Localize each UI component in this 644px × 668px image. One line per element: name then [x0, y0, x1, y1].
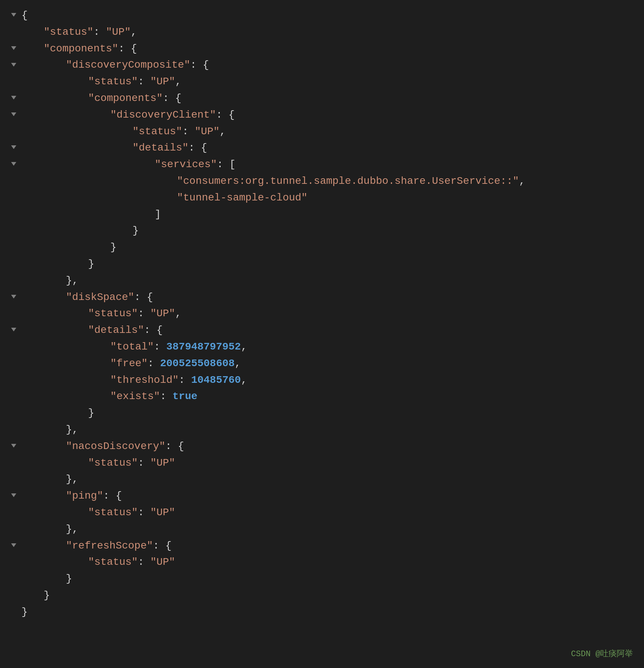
toggle-arrow[interactable] — [11, 322, 21, 339]
json-line: } — [11, 256, 633, 273]
json-viewer: {"status": "UP","components": {"discover… — [11, 7, 633, 620]
json-line: "status": "UP", — [11, 306, 633, 322]
json-line: } — [11, 571, 633, 587]
json-line: "details": { — [11, 322, 633, 339]
json-line: "components": { — [11, 41, 633, 57]
toggle-arrow[interactable] — [11, 289, 21, 306]
json-line: "discoveryClient": { — [11, 107, 633, 124]
json-line: "status": "UP" — [11, 455, 633, 472]
json-line: { — [11, 7, 633, 24]
json-line: "services": [ — [11, 156, 633, 173]
json-line: "refreshScope": { — [11, 538, 633, 554]
json-line: "nacosDiscovery": { — [11, 438, 633, 455]
json-line: "status": "UP" — [11, 554, 633, 571]
watermark: CSDN @吐痰阿举 — [571, 648, 633, 661]
json-line: } — [11, 587, 633, 604]
json-line: }, — [11, 471, 633, 488]
json-line: "components": { — [11, 90, 633, 107]
json-line: "consumers:org.tunnel.sample.dubbo.share… — [11, 173, 633, 190]
toggle-arrow[interactable] — [11, 107, 21, 124]
json-line: "status": "UP", — [11, 24, 633, 41]
json-line: "total": 387948797952, — [11, 339, 633, 355]
json-line: "ping": { — [11, 488, 633, 505]
toggle-arrow[interactable] — [11, 538, 21, 554]
json-line: }, — [11, 521, 633, 538]
toggle-arrow[interactable] — [11, 41, 21, 57]
json-line: } — [11, 239, 633, 256]
json-line: "status": "UP", — [11, 124, 633, 140]
json-line: } — [11, 405, 633, 422]
json-line: "free": 200525508608, — [11, 355, 633, 372]
toggle-arrow[interactable] — [11, 438, 21, 455]
toggle-arrow[interactable] — [11, 90, 21, 107]
toggle-arrow[interactable] — [11, 156, 21, 173]
json-line: } — [11, 604, 633, 621]
json-line: ] — [11, 206, 633, 223]
json-line: } — [11, 223, 633, 239]
json-line: "tunnel-sample-cloud" — [11, 190, 633, 206]
json-line: "threshold": 10485760, — [11, 372, 633, 389]
toggle-arrow[interactable] — [11, 488, 21, 505]
toggle-arrow[interactable] — [11, 7, 21, 24]
json-line: "discoveryComposite": { — [11, 57, 633, 74]
json-line: "status": "UP" — [11, 505, 633, 521]
toggle-arrow[interactable] — [11, 57, 21, 74]
json-line: }, — [11, 422, 633, 438]
toggle-arrow[interactable] — [11, 140, 21, 156]
json-line: "exists": true — [11, 388, 633, 405]
json-line: "status": "UP", — [11, 74, 633, 90]
json-line: "diskSpace": { — [11, 289, 633, 306]
json-line: }, — [11, 273, 633, 289]
json-line: "details": { — [11, 140, 633, 156]
